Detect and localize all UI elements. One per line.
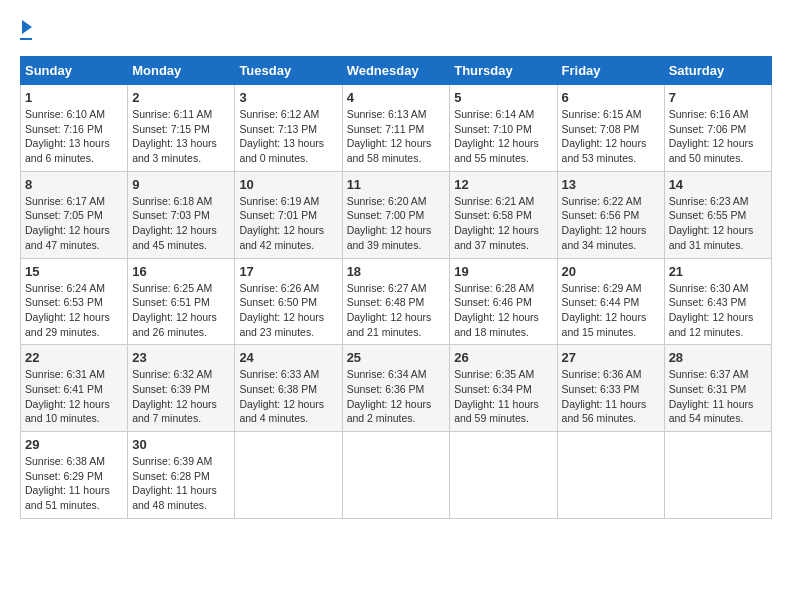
calendar-week-row: 22Sunrise: 6:31 AM Sunset: 6:41 PM Dayli… bbox=[21, 345, 772, 432]
logo-underline bbox=[20, 38, 32, 40]
calendar-day-cell: 14Sunrise: 6:23 AM Sunset: 6:55 PM Dayli… bbox=[664, 171, 771, 258]
day-number: 20 bbox=[562, 264, 660, 279]
day-number: 15 bbox=[25, 264, 123, 279]
calendar-day-cell: 10Sunrise: 6:19 AM Sunset: 7:01 PM Dayli… bbox=[235, 171, 342, 258]
calendar-day-cell bbox=[664, 432, 771, 519]
day-number: 4 bbox=[347, 90, 446, 105]
logo bbox=[20, 20, 32, 40]
day-number: 13 bbox=[562, 177, 660, 192]
calendar-day-cell: 17Sunrise: 6:26 AM Sunset: 6:50 PM Dayli… bbox=[235, 258, 342, 345]
calendar-header-row: SundayMondayTuesdayWednesdayThursdayFrid… bbox=[21, 57, 772, 85]
calendar-day-cell: 21Sunrise: 6:30 AM Sunset: 6:43 PM Dayli… bbox=[664, 258, 771, 345]
day-number: 1 bbox=[25, 90, 123, 105]
day-number: 9 bbox=[132, 177, 230, 192]
day-info: Sunrise: 6:14 AM Sunset: 7:10 PM Dayligh… bbox=[454, 107, 552, 166]
day-info: Sunrise: 6:27 AM Sunset: 6:48 PM Dayligh… bbox=[347, 281, 446, 340]
day-number: 2 bbox=[132, 90, 230, 105]
calendar-day-cell: 25Sunrise: 6:34 AM Sunset: 6:36 PM Dayli… bbox=[342, 345, 450, 432]
day-info: Sunrise: 6:36 AM Sunset: 6:33 PM Dayligh… bbox=[562, 367, 660, 426]
calendar-week-row: 1Sunrise: 6:10 AM Sunset: 7:16 PM Daylig… bbox=[21, 85, 772, 172]
calendar-week-row: 29Sunrise: 6:38 AM Sunset: 6:29 PM Dayli… bbox=[21, 432, 772, 519]
day-number: 10 bbox=[239, 177, 337, 192]
calendar-day-cell: 30Sunrise: 6:39 AM Sunset: 6:28 PM Dayli… bbox=[128, 432, 235, 519]
day-number: 14 bbox=[669, 177, 767, 192]
day-info: Sunrise: 6:37 AM Sunset: 6:31 PM Dayligh… bbox=[669, 367, 767, 426]
day-info: Sunrise: 6:32 AM Sunset: 6:39 PM Dayligh… bbox=[132, 367, 230, 426]
calendar-day-cell bbox=[342, 432, 450, 519]
day-number: 12 bbox=[454, 177, 552, 192]
logo-arrow-icon bbox=[22, 20, 32, 34]
calendar-day-cell: 4Sunrise: 6:13 AM Sunset: 7:11 PM Daylig… bbox=[342, 85, 450, 172]
calendar-day-cell: 24Sunrise: 6:33 AM Sunset: 6:38 PM Dayli… bbox=[235, 345, 342, 432]
weekday-header: Friday bbox=[557, 57, 664, 85]
calendar-day-cell: 18Sunrise: 6:27 AM Sunset: 6:48 PM Dayli… bbox=[342, 258, 450, 345]
calendar-day-cell: 11Sunrise: 6:20 AM Sunset: 7:00 PM Dayli… bbox=[342, 171, 450, 258]
day-number: 25 bbox=[347, 350, 446, 365]
day-info: Sunrise: 6:28 AM Sunset: 6:46 PM Dayligh… bbox=[454, 281, 552, 340]
calendar-day-cell: 29Sunrise: 6:38 AM Sunset: 6:29 PM Dayli… bbox=[21, 432, 128, 519]
day-info: Sunrise: 6:16 AM Sunset: 7:06 PM Dayligh… bbox=[669, 107, 767, 166]
calendar-day-cell: 22Sunrise: 6:31 AM Sunset: 6:41 PM Dayli… bbox=[21, 345, 128, 432]
calendar-day-cell: 3Sunrise: 6:12 AM Sunset: 7:13 PM Daylig… bbox=[235, 85, 342, 172]
day-info: Sunrise: 6:30 AM Sunset: 6:43 PM Dayligh… bbox=[669, 281, 767, 340]
calendar-day-cell: 8Sunrise: 6:17 AM Sunset: 7:05 PM Daylig… bbox=[21, 171, 128, 258]
calendar-day-cell: 7Sunrise: 6:16 AM Sunset: 7:06 PM Daylig… bbox=[664, 85, 771, 172]
day-info: Sunrise: 6:29 AM Sunset: 6:44 PM Dayligh… bbox=[562, 281, 660, 340]
calendar-day-cell: 13Sunrise: 6:22 AM Sunset: 6:56 PM Dayli… bbox=[557, 171, 664, 258]
day-number: 22 bbox=[25, 350, 123, 365]
calendar-day-cell bbox=[450, 432, 557, 519]
day-info: Sunrise: 6:34 AM Sunset: 6:36 PM Dayligh… bbox=[347, 367, 446, 426]
day-info: Sunrise: 6:26 AM Sunset: 6:50 PM Dayligh… bbox=[239, 281, 337, 340]
weekday-header: Saturday bbox=[664, 57, 771, 85]
calendar-day-cell: 15Sunrise: 6:24 AM Sunset: 6:53 PM Dayli… bbox=[21, 258, 128, 345]
day-info: Sunrise: 6:19 AM Sunset: 7:01 PM Dayligh… bbox=[239, 194, 337, 253]
calendar-day-cell: 28Sunrise: 6:37 AM Sunset: 6:31 PM Dayli… bbox=[664, 345, 771, 432]
weekday-header: Wednesday bbox=[342, 57, 450, 85]
day-info: Sunrise: 6:20 AM Sunset: 7:00 PM Dayligh… bbox=[347, 194, 446, 253]
day-number: 28 bbox=[669, 350, 767, 365]
day-number: 27 bbox=[562, 350, 660, 365]
calendar-day-cell: 23Sunrise: 6:32 AM Sunset: 6:39 PM Dayli… bbox=[128, 345, 235, 432]
day-number: 21 bbox=[669, 264, 767, 279]
calendar-day-cell bbox=[557, 432, 664, 519]
day-number: 18 bbox=[347, 264, 446, 279]
day-info: Sunrise: 6:31 AM Sunset: 6:41 PM Dayligh… bbox=[25, 367, 123, 426]
calendar-day-cell: 6Sunrise: 6:15 AM Sunset: 7:08 PM Daylig… bbox=[557, 85, 664, 172]
day-info: Sunrise: 6:39 AM Sunset: 6:28 PM Dayligh… bbox=[132, 454, 230, 513]
day-number: 11 bbox=[347, 177, 446, 192]
day-number: 17 bbox=[239, 264, 337, 279]
weekday-header: Tuesday bbox=[235, 57, 342, 85]
calendar-day-cell: 20Sunrise: 6:29 AM Sunset: 6:44 PM Dayli… bbox=[557, 258, 664, 345]
calendar-day-cell: 2Sunrise: 6:11 AM Sunset: 7:15 PM Daylig… bbox=[128, 85, 235, 172]
day-number: 30 bbox=[132, 437, 230, 452]
day-info: Sunrise: 6:22 AM Sunset: 6:56 PM Dayligh… bbox=[562, 194, 660, 253]
day-info: Sunrise: 6:38 AM Sunset: 6:29 PM Dayligh… bbox=[25, 454, 123, 513]
day-number: 8 bbox=[25, 177, 123, 192]
day-number: 23 bbox=[132, 350, 230, 365]
day-number: 29 bbox=[25, 437, 123, 452]
day-info: Sunrise: 6:10 AM Sunset: 7:16 PM Dayligh… bbox=[25, 107, 123, 166]
day-number: 5 bbox=[454, 90, 552, 105]
day-number: 24 bbox=[239, 350, 337, 365]
calendar-week-row: 8Sunrise: 6:17 AM Sunset: 7:05 PM Daylig… bbox=[21, 171, 772, 258]
day-info: Sunrise: 6:13 AM Sunset: 7:11 PM Dayligh… bbox=[347, 107, 446, 166]
day-number: 7 bbox=[669, 90, 767, 105]
day-info: Sunrise: 6:12 AM Sunset: 7:13 PM Dayligh… bbox=[239, 107, 337, 166]
day-info: Sunrise: 6:15 AM Sunset: 7:08 PM Dayligh… bbox=[562, 107, 660, 166]
calendar-day-cell: 16Sunrise: 6:25 AM Sunset: 6:51 PM Dayli… bbox=[128, 258, 235, 345]
day-info: Sunrise: 6:17 AM Sunset: 7:05 PM Dayligh… bbox=[25, 194, 123, 253]
day-info: Sunrise: 6:35 AM Sunset: 6:34 PM Dayligh… bbox=[454, 367, 552, 426]
day-number: 16 bbox=[132, 264, 230, 279]
calendar-day-cell: 26Sunrise: 6:35 AM Sunset: 6:34 PM Dayli… bbox=[450, 345, 557, 432]
day-info: Sunrise: 6:18 AM Sunset: 7:03 PM Dayligh… bbox=[132, 194, 230, 253]
day-number: 26 bbox=[454, 350, 552, 365]
calendar-body: 1Sunrise: 6:10 AM Sunset: 7:16 PM Daylig… bbox=[21, 85, 772, 519]
calendar-day-cell: 19Sunrise: 6:28 AM Sunset: 6:46 PM Dayli… bbox=[450, 258, 557, 345]
page-header bbox=[20, 20, 772, 40]
calendar-day-cell: 1Sunrise: 6:10 AM Sunset: 7:16 PM Daylig… bbox=[21, 85, 128, 172]
day-number: 19 bbox=[454, 264, 552, 279]
day-info: Sunrise: 6:33 AM Sunset: 6:38 PM Dayligh… bbox=[239, 367, 337, 426]
day-info: Sunrise: 6:11 AM Sunset: 7:15 PM Dayligh… bbox=[132, 107, 230, 166]
weekday-header: Sunday bbox=[21, 57, 128, 85]
day-info: Sunrise: 6:21 AM Sunset: 6:58 PM Dayligh… bbox=[454, 194, 552, 253]
